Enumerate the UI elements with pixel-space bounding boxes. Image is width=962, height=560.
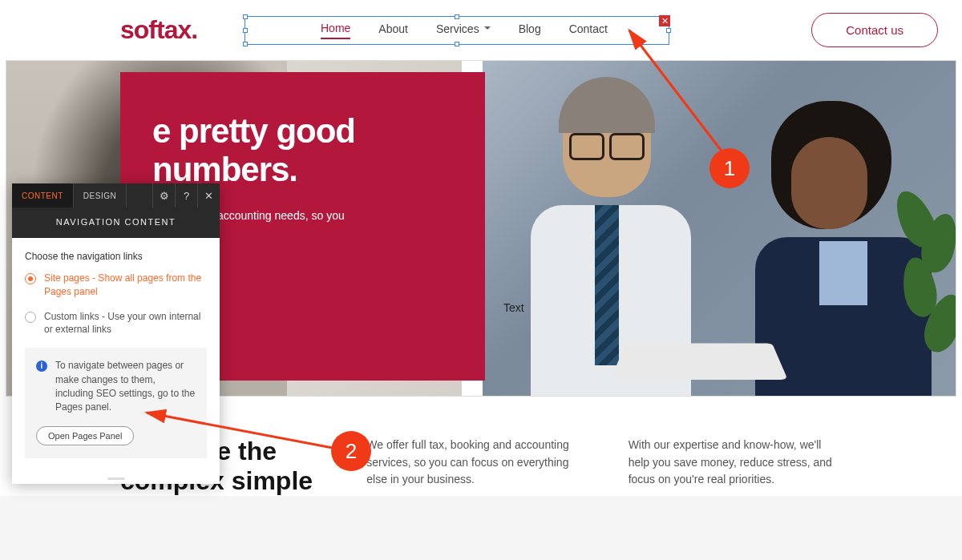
choose-links-label: Choose the navigation links [25,251,207,262]
annotation-badge-1: 1 [709,148,750,188]
resize-handle[interactable] [666,28,671,33]
info-box: i To navigate between pages or make chan… [25,348,207,458]
help-icon[interactable]: ? [175,183,197,207]
close-icon[interactable]: ✕ [197,183,220,207]
hero-photo [483,61,956,396]
plant [891,181,956,396]
bottom-para-1: We offer full tax, booking and accountin… [366,437,580,496]
contact-us-button[interactable]: Contact us [811,13,938,47]
panel-tab-design[interactable]: DESIGN [74,183,127,207]
resize-handle[interactable] [455,14,459,19]
radio-site-pages[interactable]: Site pages - Show all pages from the Pag… [25,272,207,299]
resize-handle[interactable] [243,42,248,46]
person-1 [507,65,731,385]
hero-title: e pretty good numbers. [152,112,453,190]
radio-icon[interactable] [25,312,36,323]
panel-title: NAVIGATION CONTENT [12,207,220,238]
panel-tab-bar: CONTENT DESIGN ⚙ ? ✕ [12,183,220,207]
nav-item-about[interactable]: About [378,22,408,38]
laptop [610,343,788,379]
delete-element-icon[interactable]: ✕ [659,15,670,26]
panel-tab-content[interactable]: CONTENT [12,183,74,207]
text-placeholder-label[interactable]: Text [503,301,524,314]
site-header: softax. ✕ Home About Services Blog Conta… [0,0,962,60]
bottom-para-2: With our expertise and know-how, we'll h… [629,437,842,496]
radio-icon[interactable] [25,273,36,284]
annotation-badge-2: 2 [331,431,371,471]
resize-handle[interactable] [243,28,248,33]
radio-custom-links[interactable]: Custom links - Use your own internal or … [25,310,207,337]
open-pages-panel-button[interactable]: Open Pages Panel [36,426,134,445]
gear-icon[interactable]: ⚙ [152,183,175,207]
nav-item-contact[interactable]: Contact [569,22,608,38]
panel-resize-handle[interactable] [12,474,220,484]
nav-item-blog[interactable]: Blog [519,22,541,38]
editor-panel: CONTENT DESIGN ⚙ ? ✕ NAVIGATION CONTENT … [12,183,220,484]
radio-label: Site pages - Show all pages from the Pag… [44,272,207,299]
info-text: To navigate between pages or make change… [55,359,196,415]
nav-item-home[interactable]: Home [321,22,350,39]
nav-item-services[interactable]: Services [436,22,491,38]
radio-label: Custom links - Use your own internal or … [44,310,207,337]
resize-handle[interactable] [455,42,459,46]
resize-handle[interactable] [243,14,248,19]
info-icon: i [36,361,47,372]
main-nav: Home About Services Blog Contact [321,22,608,39]
logo: softax. [120,15,197,45]
